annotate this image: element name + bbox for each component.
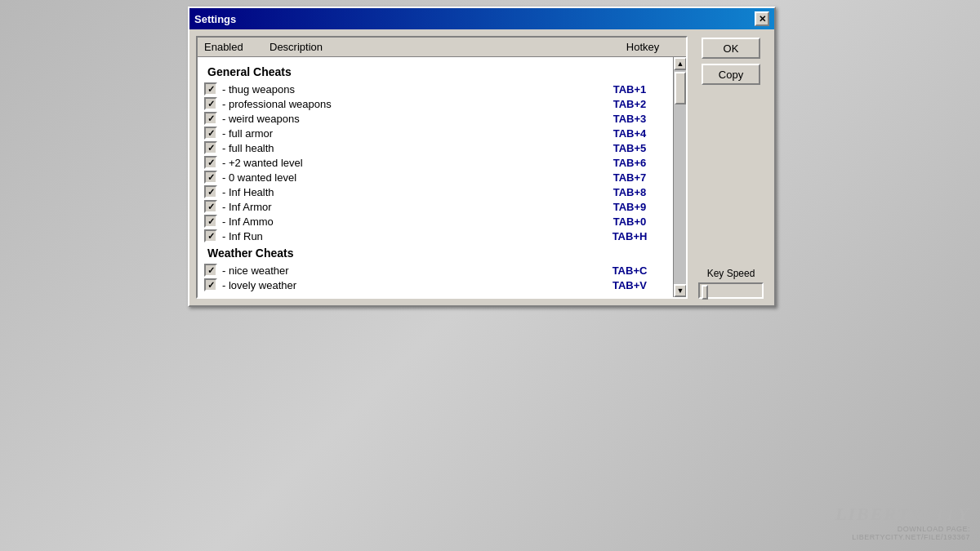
cheat-desc-8: - Inf Health bbox=[222, 186, 593, 198]
cheat-desc-11: - Inf Run bbox=[222, 230, 593, 242]
cheat-checkbox-1[interactable] bbox=[204, 82, 217, 96]
dialog-body: Enabled Description Hotkey General Cheat… bbox=[189, 29, 774, 305]
col-header-hotkey: Hotkey bbox=[606, 41, 679, 53]
settings-dialog: Settings ✕ Enabled Description Hotkey Ge… bbox=[188, 7, 776, 307]
cheat-hotkey-11: TAB+H bbox=[593, 230, 666, 242]
cheat-hotkey-7: TAB+7 bbox=[593, 171, 666, 184]
table-row: - professional weapons TAB+2 bbox=[201, 96, 670, 111]
col-header-description: Description bbox=[270, 41, 606, 53]
cheat-hotkey-13: TAB+V bbox=[593, 279, 666, 291]
table-row: - full armor TAB+4 bbox=[201, 126, 670, 140]
cheat-desc-10: - Inf Ammo bbox=[222, 216, 593, 228]
cheat-desc-13: - lovely weather bbox=[222, 279, 593, 291]
table-row: - nice weather TAB+C bbox=[201, 263, 670, 278]
title-bar: Settings ✕ bbox=[189, 8, 774, 29]
cheat-hotkey-2: TAB+2 bbox=[593, 98, 666, 110]
cheat-checkbox-11[interactable] bbox=[204, 229, 217, 242]
cheat-desc-3: - weird weapons bbox=[222, 113, 593, 125]
cheat-desc-6: - +2 wanted level bbox=[222, 157, 593, 169]
cheat-desc-9: - Inf Armor bbox=[222, 201, 593, 213]
cheat-desc-7: - 0 wanted level bbox=[222, 171, 593, 184]
cheat-checkbox-5[interactable] bbox=[204, 141, 217, 154]
table-row: - Inf Ammo TAB+0 bbox=[201, 214, 670, 229]
ok-button[interactable]: OK bbox=[702, 38, 760, 59]
column-headers: Enabled Description Hotkey bbox=[198, 38, 686, 57]
table-row: - weird weapons TAB+3 bbox=[201, 111, 670, 126]
cheat-desc-1: - thug weapons bbox=[222, 83, 593, 96]
cheat-checkbox-2[interactable] bbox=[204, 97, 217, 110]
scroll-thumb[interactable] bbox=[675, 72, 686, 104]
cheat-hotkey-10: TAB+0 bbox=[593, 216, 666, 228]
cheat-desc-2: - professional weapons bbox=[222, 98, 593, 110]
cheat-checkbox-8[interactable] bbox=[204, 185, 217, 198]
key-speed-label: Key Speed bbox=[694, 268, 768, 279]
weather-cheats-title: Weather Cheats bbox=[207, 247, 670, 260]
cheat-checkbox-9[interactable] bbox=[204, 200, 217, 213]
close-button[interactable]: ✕ bbox=[755, 11, 769, 26]
cheat-checkbox-10[interactable] bbox=[204, 215, 217, 228]
cheat-checkbox-13[interactable] bbox=[204, 278, 217, 291]
cheat-desc-12: - nice weather bbox=[222, 264, 593, 277]
cheat-hotkey-9: TAB+9 bbox=[593, 201, 666, 213]
cheat-hotkey-6: TAB+6 bbox=[593, 157, 666, 169]
table-row: - lovely weather TAB+V bbox=[201, 278, 670, 292]
cheat-checkbox-4[interactable] bbox=[204, 127, 217, 140]
watermark-logo: LibertyCity bbox=[835, 504, 970, 525]
cheat-hotkey-3: TAB+3 bbox=[593, 113, 666, 125]
table-row: - full health TAB+5 bbox=[201, 140, 670, 155]
table-row: - Inf Armor TAB+9 bbox=[201, 199, 670, 214]
cheat-hotkey-8: TAB+8 bbox=[593, 186, 666, 198]
cheat-checkbox-3[interactable] bbox=[204, 112, 217, 125]
key-speed-section: Key Speed bbox=[694, 268, 768, 299]
watermark-sub: DOWNLOAD PAGE:LIBERTYCITY.NET/FILE/19336… bbox=[835, 525, 970, 541]
table-row: - 0 wanted level TAB+7 bbox=[201, 170, 670, 184]
table-row: - +2 wanted level TAB+6 bbox=[201, 155, 670, 170]
col-header-enabled: Enabled bbox=[204, 41, 270, 53]
side-panel: OK Copy Key Speed bbox=[694, 36, 768, 299]
cheat-checkbox-12[interactable] bbox=[204, 264, 217, 277]
cheat-desc-5: - full health bbox=[222, 142, 593, 154]
cheat-hotkey-1: TAB+1 bbox=[593, 83, 666, 96]
cheat-checkbox-6[interactable] bbox=[204, 156, 217, 169]
table-row: - Inf Run TAB+H bbox=[201, 229, 670, 243]
cheat-hotkey-4: TAB+4 bbox=[593, 127, 666, 140]
table-row: - thug weapons TAB+1 bbox=[201, 82, 670, 96]
copy-button[interactable]: Copy bbox=[702, 64, 760, 85]
scroll-up-button[interactable]: ▲ bbox=[674, 57, 686, 70]
cheat-hotkey-5: TAB+5 bbox=[593, 142, 666, 154]
cheat-checkbox-7[interactable] bbox=[204, 171, 217, 184]
general-cheats-title: General Cheats bbox=[207, 65, 670, 78]
cheat-hotkey-12: TAB+C bbox=[593, 264, 666, 277]
list-container: General Cheats - thug weapons TAB+1 - pr… bbox=[198, 57, 686, 297]
background: Settings ✕ Enabled Description Hotkey Ge… bbox=[0, 0, 980, 551]
table-row: - Inf Health TAB+8 bbox=[201, 184, 670, 199]
scroll-track[interactable] bbox=[674, 70, 686, 284]
slider-thumb[interactable] bbox=[702, 285, 708, 300]
scroll-down-button[interactable]: ▼ bbox=[674, 284, 686, 297]
key-speed-slider[interactable] bbox=[698, 282, 764, 299]
main-panel: Enabled Description Hotkey General Cheat… bbox=[196, 36, 688, 299]
watermark: LibertyCity DOWNLOAD PAGE:LIBERTYCITY.NE… bbox=[835, 504, 970, 541]
cheat-desc-4: - full armor bbox=[222, 127, 593, 140]
list-content: General Cheats - thug weapons TAB+1 - pr… bbox=[198, 57, 673, 297]
scrollbar: ▲ ▼ bbox=[673, 57, 686, 297]
dialog-title: Settings bbox=[194, 13, 236, 25]
